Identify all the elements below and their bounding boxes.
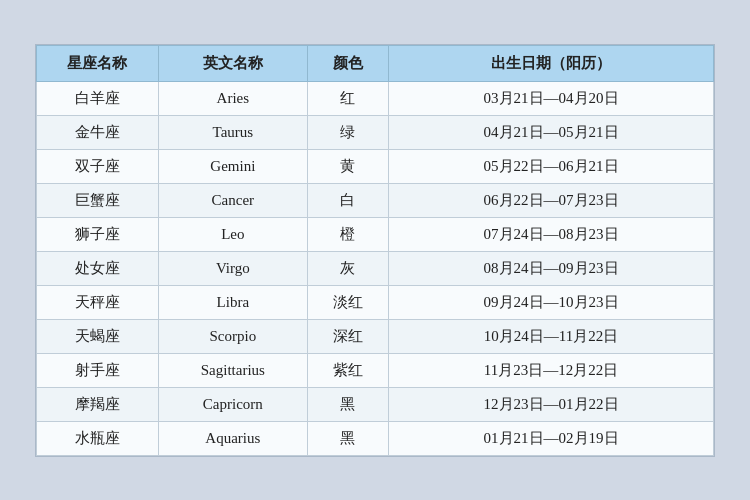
zodiac-table-container: 星座名称 英文名称 颜色 出生日期（阳历） 白羊座Aries红03月21日—04… (35, 44, 715, 457)
table-row: 射手座Sagittarius紫红11月23日—12月22日 (37, 353, 714, 387)
cell-chinese: 处女座 (37, 251, 159, 285)
table-header-row: 星座名称 英文名称 颜色 出生日期（阳历） (37, 45, 714, 81)
header-english: 英文名称 (158, 45, 307, 81)
header-color: 颜色 (307, 45, 388, 81)
cell-chinese: 摩羯座 (37, 387, 159, 421)
table-row: 白羊座Aries红03月21日—04月20日 (37, 81, 714, 115)
table-row: 狮子座Leo橙07月24日—08月23日 (37, 217, 714, 251)
table-row: 处女座Virgo灰08月24日—09月23日 (37, 251, 714, 285)
cell-date: 10月24日—11月22日 (389, 319, 714, 353)
table-row: 巨蟹座Cancer白06月22日—07月23日 (37, 183, 714, 217)
cell-english: Leo (158, 217, 307, 251)
cell-english: Capricorn (158, 387, 307, 421)
cell-english: Scorpio (158, 319, 307, 353)
cell-chinese: 天蝎座 (37, 319, 159, 353)
cell-english: Aries (158, 81, 307, 115)
cell-english: Gemini (158, 149, 307, 183)
cell-chinese: 巨蟹座 (37, 183, 159, 217)
table-row: 天秤座Libra淡红09月24日—10月23日 (37, 285, 714, 319)
cell-color: 黄 (307, 149, 388, 183)
cell-chinese: 天秤座 (37, 285, 159, 319)
cell-english: Sagittarius (158, 353, 307, 387)
cell-date: 05月22日—06月21日 (389, 149, 714, 183)
cell-english: Taurus (158, 115, 307, 149)
cell-date: 09月24日—10月23日 (389, 285, 714, 319)
zodiac-table: 星座名称 英文名称 颜色 出生日期（阳历） 白羊座Aries红03月21日—04… (36, 45, 714, 456)
cell-date: 12月23日—01月22日 (389, 387, 714, 421)
table-row: 金牛座Taurus绿04月21日—05月21日 (37, 115, 714, 149)
cell-date: 07月24日—08月23日 (389, 217, 714, 251)
cell-date: 01月21日—02月19日 (389, 421, 714, 455)
cell-english: Libra (158, 285, 307, 319)
cell-color: 灰 (307, 251, 388, 285)
cell-chinese: 双子座 (37, 149, 159, 183)
cell-date: 11月23日—12月22日 (389, 353, 714, 387)
cell-english: Aquarius (158, 421, 307, 455)
cell-chinese: 狮子座 (37, 217, 159, 251)
cell-english: Cancer (158, 183, 307, 217)
cell-color: 绿 (307, 115, 388, 149)
cell-english: Virgo (158, 251, 307, 285)
cell-color: 白 (307, 183, 388, 217)
cell-chinese: 金牛座 (37, 115, 159, 149)
cell-date: 06月22日—07月23日 (389, 183, 714, 217)
cell-chinese: 水瓶座 (37, 421, 159, 455)
cell-date: 08月24日—09月23日 (389, 251, 714, 285)
table-row: 水瓶座Aquarius黑01月21日—02月19日 (37, 421, 714, 455)
cell-color: 橙 (307, 217, 388, 251)
cell-color: 黑 (307, 421, 388, 455)
table-row: 天蝎座Scorpio深红10月24日—11月22日 (37, 319, 714, 353)
cell-color: 淡红 (307, 285, 388, 319)
cell-date: 04月21日—05月21日 (389, 115, 714, 149)
header-chinese: 星座名称 (37, 45, 159, 81)
table-row: 摩羯座Capricorn黑12月23日—01月22日 (37, 387, 714, 421)
cell-chinese: 白羊座 (37, 81, 159, 115)
table-row: 双子座Gemini黄05月22日—06月21日 (37, 149, 714, 183)
cell-color: 黑 (307, 387, 388, 421)
cell-color: 深红 (307, 319, 388, 353)
cell-color: 红 (307, 81, 388, 115)
cell-color: 紫红 (307, 353, 388, 387)
header-date: 出生日期（阳历） (389, 45, 714, 81)
cell-chinese: 射手座 (37, 353, 159, 387)
cell-date: 03月21日—04月20日 (389, 81, 714, 115)
